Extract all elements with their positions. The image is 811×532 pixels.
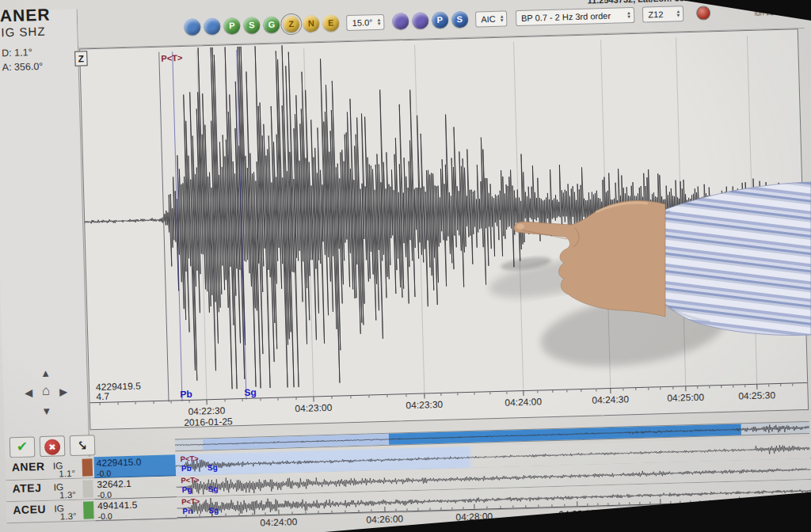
tool-circle-blue-1[interactable] bbox=[184, 18, 201, 36]
tick-mark-minor bbox=[291, 511, 292, 514]
tick-mark-minor bbox=[318, 511, 319, 513]
monitor-screen: ANER IG SHZ D: 1.1° A: 356.0° ▲ ◀ ⌂ ▶ ▼ … bbox=[0, 0, 811, 532]
tick-mark-minor bbox=[440, 507, 441, 510]
amplitude-cell: 32642.1-0.0 bbox=[94, 476, 177, 500]
angle-spinner[interactable]: 15.0°▲▼ bbox=[346, 13, 384, 30]
tick-mark bbox=[278, 510, 279, 515]
component-n-button[interactable]: N bbox=[303, 15, 320, 32]
tick-mark-minor bbox=[406, 394, 406, 397]
tick-mark-minor bbox=[331, 511, 332, 513]
tick-mark-minor bbox=[500, 506, 501, 508]
home-button[interactable]: ⌂ bbox=[38, 384, 54, 399]
tick-mark-minor bbox=[566, 390, 567, 393]
pan-right-button[interactable]: ▶ bbox=[55, 385, 71, 400]
tick-mark-minor bbox=[252, 513, 253, 515]
row-pick2-label: Sg bbox=[208, 484, 219, 493]
tick-mark-minor bbox=[350, 396, 351, 398]
profile-select[interactable]: Z12▲▼ bbox=[642, 6, 684, 22]
tick-label: 04:24:00 bbox=[260, 516, 297, 528]
pick-g-button[interactable]: G bbox=[263, 16, 280, 33]
row-pick1-label: Pb bbox=[181, 464, 192, 473]
tick-mark-minor bbox=[670, 501, 671, 504]
tick-mark-minor bbox=[525, 505, 526, 507]
reject-button[interactable]: ✖ bbox=[40, 435, 66, 457]
spinner-arrows-icon[interactable]: ▲▼ bbox=[626, 11, 631, 19]
tick-mark-minor bbox=[581, 390, 582, 392]
spinner-arrows-icon[interactable]: ▲▼ bbox=[500, 14, 504, 22]
status-chip bbox=[83, 501, 94, 519]
tick-mark-minor bbox=[368, 396, 369, 398]
tick-label: 04:22:30 bbox=[188, 405, 225, 417]
tick-mark-minor bbox=[305, 511, 306, 514]
toolbar-icon-row: PSGZNE 15.0°▲▼ PS AIC▲▼ BP 0.7 - 2 Hz 3r… bbox=[182, 4, 710, 36]
distance-value: 1.1° bbox=[47, 469, 75, 479]
tick-mark-minor bbox=[371, 509, 372, 511]
tick-label: 04:23:00 bbox=[295, 402, 332, 414]
tick-mark-minor bbox=[487, 506, 488, 508]
component-e-button[interactable]: E bbox=[322, 14, 340, 32]
pan-up-button[interactable]: ▲ bbox=[37, 367, 53, 382]
spinner-arrows-icon[interactable]: ▲▼ bbox=[676, 10, 680, 17]
tick-mark-minor bbox=[780, 384, 781, 386]
component-z-button[interactable]: Z bbox=[283, 16, 300, 33]
amplitude-min-label: 4.7 bbox=[96, 391, 109, 402]
distance-label: D: 1.1° bbox=[2, 47, 32, 59]
tick-mark-minor bbox=[100, 403, 101, 405]
rotate-2-button[interactable] bbox=[412, 12, 429, 29]
tick-mark-minor bbox=[295, 397, 296, 400]
tick-mark bbox=[313, 397, 314, 401]
status-chip bbox=[82, 458, 93, 476]
tick-mark-minor bbox=[629, 502, 630, 504]
tick-label: 04:25:00 bbox=[667, 392, 704, 404]
row-pick2-label: Sg bbox=[208, 506, 219, 515]
tick-mark bbox=[474, 504, 474, 509]
tick-mark-minor bbox=[407, 508, 408, 511]
tick-mark bbox=[577, 501, 577, 506]
spinner-arrows-icon[interactable]: ▲▼ bbox=[376, 17, 381, 25]
tick-mark-minor bbox=[490, 392, 491, 394]
tick-mark-minor bbox=[238, 513, 239, 515]
reject-icon: ✖ bbox=[44, 439, 61, 455]
tool-circle-blue-2[interactable] bbox=[204, 18, 221, 36]
tick-mark-minor bbox=[672, 387, 673, 390]
picker-application: ANER IG SHZ D: 1.1° A: 356.0° ▲ ◀ ⌂ ▶ ▼ … bbox=[0, 0, 811, 532]
accept-button[interactable]: ✔ bbox=[10, 436, 36, 458]
tick-mark-minor bbox=[733, 386, 733, 388]
tick-mark-minor bbox=[185, 515, 186, 517]
waveform-panel[interactable]: Z P<T> PbSg 4229419.5 4.7 04:22:3004:23:… bbox=[79, 28, 809, 430]
distance-value: 1.3° bbox=[48, 511, 76, 522]
tick-mark-minor bbox=[387, 395, 388, 397]
tick-label: 04:24:30 bbox=[592, 393, 629, 405]
phase-s-button[interactable]: S bbox=[451, 11, 469, 28]
pan-left-button[interactable]: ◀ bbox=[21, 386, 36, 401]
amplitude-offset: -0.0 bbox=[97, 509, 177, 521]
rotate-1-button[interactable] bbox=[392, 13, 409, 30]
tick-mark-minor bbox=[199, 515, 200, 517]
tick-mark bbox=[384, 507, 385, 511]
tick-mark-minor bbox=[226, 514, 227, 516]
picker-select[interactable]: AIC▲▼ bbox=[475, 10, 508, 27]
filter-select[interactable]: BP 0.7 - 2 Hz 3rd order▲▼ bbox=[516, 6, 634, 25]
tick-mark-minor bbox=[153, 401, 154, 404]
tick-mark-minor bbox=[768, 384, 769, 386]
tick-mark-minor bbox=[721, 386, 722, 388]
stream-label: IG SHZ bbox=[1, 25, 45, 40]
tick-mark-minor bbox=[538, 391, 539, 393]
azimuth-label: A: 356.0° bbox=[2, 61, 43, 73]
record-icon[interactable] bbox=[696, 6, 710, 20]
tick-mark-minor bbox=[564, 504, 565, 507]
sidebar: ANER IG SHZ D: 1.1° A: 356.0° ▲ ◀ ⌂ ▶ ▼ … bbox=[0, 10, 89, 460]
tick-mark bbox=[523, 391, 524, 396]
pick-p-button[interactable]: P bbox=[223, 17, 241, 35]
tick-mark bbox=[756, 385, 757, 390]
pick-s-button[interactable]: S bbox=[243, 17, 261, 34]
tick-mark bbox=[660, 499, 661, 504]
tick-mark bbox=[610, 389, 611, 393]
phase-p-button[interactable]: P bbox=[432, 12, 449, 29]
export-button[interactable]: ⤥ bbox=[70, 435, 96, 456]
pan-down-button[interactable]: ▼ bbox=[39, 405, 55, 420]
tick-mark-minor bbox=[260, 398, 261, 401]
tick-mark-minor bbox=[552, 390, 553, 393]
tick-mark-minor bbox=[639, 502, 640, 504]
tick-mark-minor bbox=[596, 389, 596, 391]
